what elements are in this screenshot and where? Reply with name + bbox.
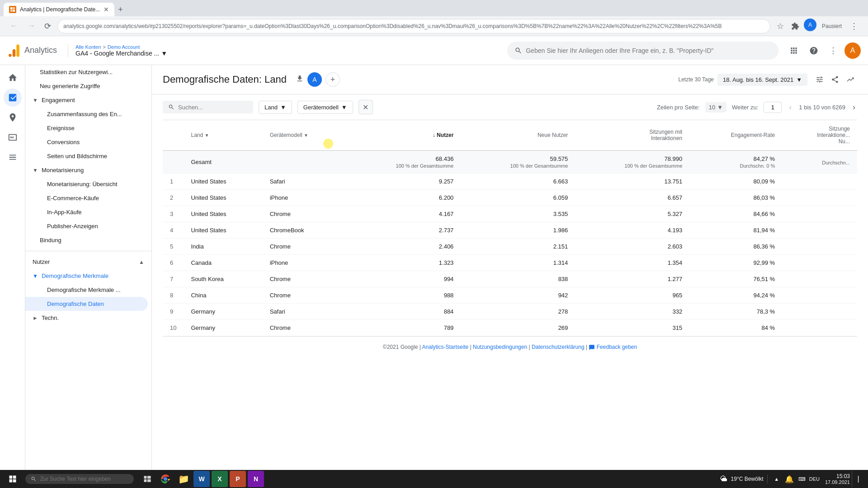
help-button[interactable]: [806, 42, 822, 59]
sidebar-item-demografische-daten[interactable]: Demografische Daten: [25, 297, 148, 311]
row-sitzungen: 6.657: [575, 190, 689, 206]
taskbar-keyboard-icon[interactable]: ⌨: [797, 474, 807, 484]
more-options-button[interactable]: ⋮: [826, 42, 841, 59]
table-row[interactable]: 1 United States Safari 9.257 6.663 13.75…: [163, 174, 857, 190]
footer-link-datenschutz[interactable]: Datenschutzerklärung: [532, 344, 585, 350]
add-comparison-button[interactable]: +: [326, 72, 340, 87]
table-row[interactable]: 4 United States ChromeBook 2.737 1.986 4…: [163, 222, 857, 239]
footer-link-nutzungsbedingungen[interactable]: Nutzungsbedingungen: [473, 344, 527, 350]
footer-link-startseite[interactable]: Analytics-Startseite: [422, 344, 469, 350]
tab-title: Analytics | Demografische Date...: [20, 6, 100, 13]
sidebar-item-conversions[interactable]: Conversions: [25, 135, 151, 149]
sidebar-item-demografische-merkmale[interactable]: Demografische Merkmale ...: [25, 283, 151, 297]
sidebar-item-inapp[interactable]: In-App-Käufe: [25, 205, 151, 219]
close-filter-button[interactable]: ✕: [359, 100, 373, 114]
sidebar-item-publisher[interactable]: Publisher-Anzeigen: [25, 219, 151, 233]
back-button[interactable]: ←: [7, 19, 21, 33]
next-page-button[interactable]: ›: [851, 101, 857, 114]
nav-icon-explore[interactable]: [4, 108, 22, 127]
col-header-geraet[interactable]: Gerätemodell ▼: [263, 120, 347, 150]
export-icon[interactable]: [296, 75, 304, 84]
sidebar-item-statistiken[interactable]: Statistiken zur Nutzergewi...: [25, 65, 151, 79]
address-bar[interactable]: analytics.google.com/analytics/web/#p213…: [57, 19, 770, 33]
taskbar-app-excel[interactable]: X: [212, 471, 228, 487]
per-page-selector[interactable]: 10 ▼: [705, 102, 726, 113]
sidebar-section-engagement[interactable]: ▼ Engagement: [25, 93, 151, 107]
taskbar-app-taskview[interactable]: [139, 471, 156, 487]
col-header-sitzungen[interactable]: Sitzungen mitInteraktionen: [575, 120, 689, 150]
account-button[interactable]: A: [804, 19, 816, 31]
col-header-neue-nutzer[interactable]: Neue Nutzer: [461, 120, 575, 150]
property-selector[interactable]: GA4 - Google Merchandise ... ▼: [75, 50, 167, 57]
col-header-land[interactable]: Land ▼: [184, 120, 262, 150]
page-input[interactable]: [764, 102, 782, 113]
table-row[interactable]: 3 United States Chrome 4.167 3.535 5.327…: [163, 206, 857, 222]
table-row[interactable]: 10 Germany Chrome 789 269 315 84 %: [163, 320, 857, 336]
nav-icon-home[interactable]: [4, 69, 22, 87]
nav-icon-reports[interactable]: [4, 89, 22, 107]
breadcrumb-all[interactable]: Alle Konten: [75, 44, 101, 50]
user-avatar-button[interactable]: A: [844, 42, 861, 59]
sidebar-section-techn[interactable]: ► Techn.: [25, 311, 151, 325]
forward-button[interactable]: →: [24, 19, 38, 33]
taskbar-app-word[interactable]: W: [193, 471, 210, 487]
customize-report-button[interactable]: [813, 73, 826, 86]
start-button[interactable]: [2, 471, 24, 487]
sidebar-item-zusammenfassung[interactable]: Zusammenfassung des En...: [25, 107, 151, 121]
search-bar[interactable]: [507, 42, 778, 60]
land-filter-button[interactable]: Land ▼: [259, 101, 292, 114]
col-header-sitzungen2[interactable]: SitzungeInteraktione...Nu...: [782, 120, 857, 150]
sidebar-item-bindung[interactable]: Bindung: [25, 233, 151, 247]
active-tab[interactable]: Analytics | Demografische Date... ✕: [4, 3, 114, 16]
nav-icon-advertising[interactable]: [4, 128, 22, 146]
table-row[interactable]: 7 South Korea Chrome 994 838 1.277 76,51…: [163, 271, 857, 287]
taskbar-show-desktop-button[interactable]: |: [852, 471, 863, 487]
tab-close-button[interactable]: ✕: [104, 6, 109, 13]
taskbar-notification-icon[interactable]: 🔔: [784, 474, 795, 484]
taskbar-search-input[interactable]: [40, 476, 128, 482]
taskbar-arrow-up-icon[interactable]: ▲: [771, 474, 782, 484]
nav-icon-configure[interactable]: [4, 148, 22, 166]
table-row[interactable]: 6 Canada iPhone 1.323 1.314 1.354 92,99 …: [163, 255, 857, 271]
pause-button[interactable]: Pausiert: [818, 19, 845, 34]
taskbar-app-explorer[interactable]: 📁: [175, 471, 192, 487]
geraet-filter-button[interactable]: Gerätemodell ▼: [297, 101, 353, 114]
comparison-button[interactable]: [844, 73, 857, 86]
table-row[interactable]: 2 United States iPhone 6.200 6.059 6.657…: [163, 190, 857, 206]
table-row[interactable]: 9 Germany Safari 884 278 332 78,3 %: [163, 304, 857, 320]
search-input[interactable]: [526, 47, 771, 54]
extensions-button[interactable]: [788, 19, 802, 34]
sidebar-item-ereignisse[interactable]: Ereignisse: [25, 121, 151, 135]
report-avatar[interactable]: A: [307, 72, 322, 87]
sidebar-item-seiten[interactable]: Seiten und Bildschirme: [25, 149, 151, 163]
taskbar-app-chrome[interactable]: [157, 471, 174, 487]
prev-page-button[interactable]: ‹: [787, 101, 793, 114]
sidebar-item-monetarisierung-overview[interactable]: Monetarisierung: Übersicht: [25, 177, 151, 191]
taskbar-search[interactable]: [25, 474, 134, 484]
table-search-wrapper[interactable]: [163, 101, 253, 113]
col-header-nutzer[interactable]: ↓ Nutzer: [346, 120, 461, 150]
date-picker-button[interactable]: 18. Aug. bis 16. Sept. 2021 ▼: [717, 74, 807, 86]
taskbar-app-powerpoint[interactable]: P: [230, 471, 246, 487]
bookmark-star-button[interactable]: ☆: [774, 19, 787, 34]
refresh-button[interactable]: ⟳: [42, 19, 54, 34]
grid-apps-button[interactable]: [786, 42, 802, 59]
sidebar-item-neu-generierte[interactable]: Neu generierte Zugriffe: [25, 79, 151, 93]
table-search-input[interactable]: [178, 104, 248, 111]
sidebar-item-ecommerce[interactable]: E-Commerce-Käufe: [25, 191, 151, 205]
sidebar-section-nutzer[interactable]: Nutzer ▲: [25, 255, 151, 269]
sidebar-section-monetarisierung[interactable]: ▼ Monetarisierung: [25, 163, 151, 177]
share-button[interactable]: [828, 73, 842, 86]
sidebar-section-demografische[interactable]: ▼ Demografische Merkmale: [25, 269, 151, 283]
table-row[interactable]: 5 India Chrome 2.406 2.151 2.603 86,36 %: [163, 239, 857, 255]
col-header-engagement[interactable]: Engagement-Rate: [689, 120, 782, 150]
breadcrumb-account[interactable]: Demo Account: [108, 44, 140, 50]
taskbar-weather-icon[interactable]: 🌥: [718, 474, 729, 484]
footer-link-feedback[interactable]: Feedback geben: [597, 344, 637, 350]
menu-button[interactable]: ⋮: [847, 19, 861, 34]
ga-logo[interactable]: Analytics: [7, 44, 57, 57]
page-header: Demografische Daten: Land A + Letzte 30 …: [152, 65, 868, 94]
taskbar-app-onenote[interactable]: N: [248, 471, 264, 487]
table-row[interactable]: 8 China Chrome 988 942 965 94,24 %: [163, 287, 857, 304]
new-tab-button[interactable]: +: [116, 3, 125, 16]
